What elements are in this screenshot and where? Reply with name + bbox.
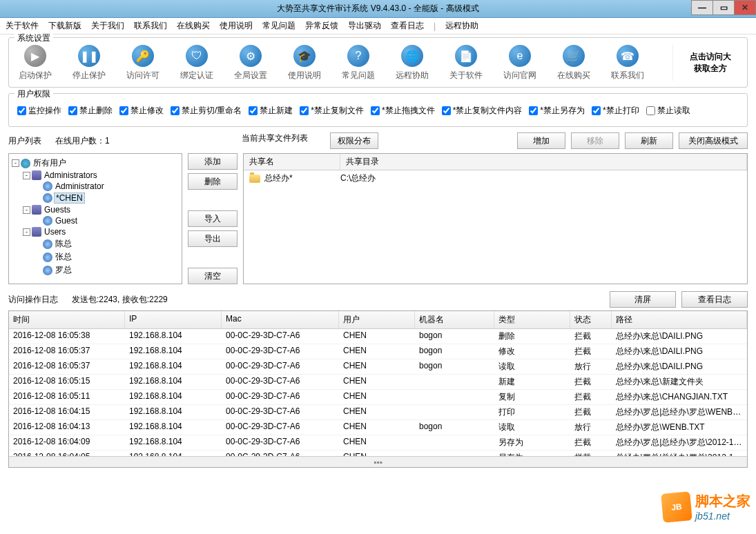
- log-row[interactable]: 2016-12-08 16:04:15192.168.8.10400-0C-29…: [9, 405, 747, 420]
- menu-item[interactable]: 联系我们: [134, 20, 167, 32]
- toolbar-停止保护[interactable]: ❚❚停止保护: [68, 45, 110, 81]
- toolbar-常见问题[interactable]: ?常见问题: [338, 45, 379, 81]
- tree-import-button[interactable]: 导入: [188, 210, 238, 227]
- collapse-icon[interactable]: -: [23, 228, 30, 236]
- menu-item[interactable]: 关于我们: [91, 20, 124, 32]
- log-col-header[interactable]: 时间: [9, 311, 125, 328]
- log-row[interactable]: 2016-12-08 16:05:37192.168.8.10400-0C-29…: [9, 344, 747, 359]
- perm-*禁止复制文件内容[interactable]: *禁止复制文件内容: [442, 105, 523, 117]
- perm-*禁止复制文件[interactable]: *禁止复制文件: [300, 105, 364, 117]
- tree-node[interactable]: 罗总: [12, 264, 179, 277]
- menu-item[interactable]: 使用说明: [220, 20, 253, 32]
- tree-node[interactable]: 张总: [12, 250, 179, 264]
- menu-item[interactable]: 异常反馈: [305, 20, 338, 32]
- toolbar-访问官网[interactable]: e访问官网: [499, 45, 541, 81]
- horizontal-scrollbar[interactable]: ▪▪▪: [9, 456, 747, 467]
- menu-item[interactable]: 在线购买: [177, 20, 210, 32]
- toolbar-使用说明[interactable]: 🎓使用说明: [284, 45, 325, 81]
- minimize-button[interactable]: —: [691, 0, 713, 15]
- perm-checkbox[interactable]: [249, 106, 258, 115]
- perm-禁止读取[interactable]: 禁止读取: [646, 105, 690, 117]
- tree-node[interactable]: -所有用户: [12, 157, 179, 170]
- user-tree[interactable]: -所有用户-AdministratorsAdministrator*CHEN-G…: [8, 153, 182, 284]
- tree-node[interactable]: -Guests: [12, 204, 179, 215]
- log-row[interactable]: 2016-12-08 16:04:05192.168.8.10400-0C-29…: [9, 451, 747, 456]
- share-dir-header[interactable]: 共享目录: [340, 154, 747, 170]
- tree-del-button[interactable]: 删除: [188, 173, 238, 190]
- log-col-header[interactable]: 路径: [612, 311, 747, 328]
- perm-checkbox[interactable]: [171, 106, 180, 115]
- log-col-header[interactable]: Mac: [222, 311, 339, 328]
- perm-*禁止拖拽文件[interactable]: *禁止拖拽文件: [371, 105, 435, 117]
- menu-remote[interactable]: 远程协助: [445, 20, 478, 32]
- log-body[interactable]: 2016-12-08 16:05:38192.168.8.10400-0C-29…: [9, 329, 747, 456]
- tree-clear-button[interactable]: 清空: [188, 268, 238, 284]
- add-button[interactable]: 增加: [517, 132, 565, 149]
- log-col-header[interactable]: 用户: [339, 311, 415, 328]
- menu-item[interactable]: 导出驱动: [348, 20, 381, 32]
- menu-item[interactable]: 下载新版: [48, 20, 81, 32]
- tree-node[interactable]: -Users: [12, 226, 179, 237]
- log-row[interactable]: 2016-12-08 16:05:11192.168.8.10400-0C-29…: [9, 390, 747, 405]
- toolbar-在线购买[interactable]: 🛒在线购买: [553, 45, 594, 81]
- view-log-button[interactable]: 查看日志: [681, 291, 748, 308]
- toolbar-全局设置[interactable]: ⚙全局设置: [230, 45, 271, 81]
- log-col-header[interactable]: 类型: [494, 311, 570, 328]
- log-row[interactable]: 2016-12-08 16:04:13192.168.8.10400-0C-29…: [9, 420, 747, 435]
- menu-item[interactable]: 查看日志: [391, 20, 424, 32]
- perm-禁止修改[interactable]: 禁止修改: [119, 105, 164, 117]
- log-row[interactable]: 2016-12-08 16:04:09192.168.8.10400-0C-29…: [9, 435, 747, 451]
- toolbar-联系我们[interactable]: ☎联系我们: [607, 45, 648, 81]
- maximize-button[interactable]: ▭: [713, 0, 735, 15]
- toolbar-绑定认证[interactable]: 🛡绑定认证: [176, 45, 217, 81]
- perm-checkbox[interactable]: [442, 106, 451, 115]
- perm-checkbox[interactable]: [592, 106, 601, 115]
- tree-export-button[interactable]: 导出: [188, 230, 238, 247]
- log-col-header[interactable]: IP: [125, 311, 222, 328]
- toolbar-访问许可[interactable]: 🔑访问许可: [122, 45, 164, 81]
- collapse-icon[interactable]: -: [23, 206, 30, 214]
- tree-node[interactable]: *CHEN: [12, 192, 179, 204]
- perm-禁止删除[interactable]: 禁止删除: [68, 105, 113, 117]
- share-row[interactable]: 总经办* C:\总经办: [244, 170, 747, 186]
- perm-监控操作[interactable]: 监控操作: [17, 105, 61, 117]
- perm-checkbox[interactable]: [68, 106, 77, 115]
- watermark-url: jb51.net: [695, 511, 750, 522]
- share-name-header[interactable]: 共享名: [244, 154, 340, 170]
- toolbar-关于软件[interactable]: 📄关于软件: [445, 45, 487, 81]
- remove-button[interactable]: 移除: [571, 132, 619, 149]
- tree-add-button[interactable]: 添加: [188, 153, 238, 170]
- log-col-header[interactable]: 机器名: [415, 311, 494, 328]
- perm-禁止新建[interactable]: 禁止新建: [249, 105, 293, 117]
- perm-checkbox[interactable]: [371, 106, 380, 115]
- log-col-header[interactable]: 状态: [570, 311, 612, 328]
- tree-node[interactable]: -Administrators: [12, 170, 179, 181]
- collapse-icon[interactable]: -: [12, 159, 19, 167]
- perm-checkbox[interactable]: [646, 106, 655, 115]
- log-row[interactable]: 2016-12-08 16:05:38192.168.8.10400-0C-29…: [9, 329, 747, 344]
- user-icon: [43, 193, 52, 203]
- log-row[interactable]: 2016-12-08 16:05:15192.168.8.10400-0C-29…: [9, 375, 747, 390]
- perm-checkbox[interactable]: [119, 106, 128, 115]
- menu-item[interactable]: 常见问题: [262, 20, 295, 32]
- toolbar-启动保护[interactable]: ▶启动保护: [14, 45, 56, 81]
- perm-checkbox[interactable]: [529, 106, 538, 115]
- close-adv-button[interactable]: 关闭高级模式: [679, 132, 748, 149]
- tree-node[interactable]: Administrator: [12, 181, 179, 192]
- perm-dist-button[interactable]: 权限分布: [330, 132, 378, 149]
- perm-checkbox[interactable]: [300, 106, 309, 115]
- ad-panel[interactable]: 点击访问大获取全方: [672, 45, 742, 81]
- tree-node[interactable]: 陈总: [12, 237, 179, 250]
- refresh-button[interactable]: 刷新: [625, 132, 673, 149]
- tree-node[interactable]: Guest: [12, 215, 179, 226]
- close-button[interactable]: ✕: [734, 0, 756, 15]
- perm-*禁止另存为[interactable]: *禁止另存为: [529, 105, 585, 117]
- clear-screen-button[interactable]: 清屏: [610, 291, 676, 308]
- perm-*禁止打印[interactable]: *禁止打印: [592, 105, 639, 117]
- log-row[interactable]: 2016-12-08 16:05:37192.168.8.10400-0C-29…: [9, 359, 747, 375]
- perm-禁止剪切/重命名[interactable]: 禁止剪切/重命名: [171, 105, 242, 117]
- collapse-icon[interactable]: -: [23, 172, 30, 179]
- perm-checkbox[interactable]: [17, 106, 26, 115]
- menu-item[interactable]: 关于软件: [6, 20, 39, 32]
- toolbar-远程协助[interactable]: 🌐远程协助: [391, 45, 433, 81]
